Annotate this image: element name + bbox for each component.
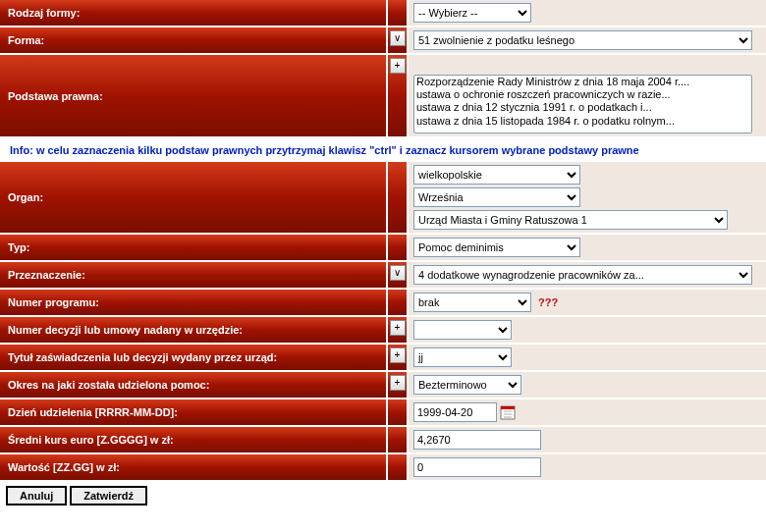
row-typ: Typ: Pomoc deminimis <box>0 235 766 262</box>
row-rodzaj-formy: Rodzaj formy: -- Wybierz -- <box>0 0 766 27</box>
select-przeznaczenie[interactable]: 4 dodatkowe wynagrodzenie pracowników za… <box>413 265 752 285</box>
row-kurs: Średni kurs euro [Z.GGGG] w zł: <box>0 427 766 454</box>
add-okres-button[interactable]: + <box>390 375 406 391</box>
input-dzien[interactable] <box>413 402 497 422</box>
add-numer-decyzji-button[interactable]: + <box>390 320 406 336</box>
label-okres: Okres na jaki została udzielona pomoc: <box>0 372 388 398</box>
input-wartosc[interactable] <box>413 457 541 477</box>
select-organ-miasto[interactable]: Września <box>413 187 580 207</box>
row-numer-decyzji: Numer decyzji lub umowy nadany w urzędzi… <box>0 317 766 345</box>
listbox-podstawa[interactable]: Rozporządzenie Rady Ministrów z dnia 18 … <box>413 75 752 133</box>
svg-rect-1 <box>501 406 515 409</box>
hint-numer-programu: ??? <box>538 296 558 308</box>
label-organ: Organ: <box>0 162 388 233</box>
label-podstawa: Podstawa prawna: <box>0 55 388 136</box>
row-okres: Okres na jaki została udzielona pomoc: +… <box>0 372 766 399</box>
ctrl-rodzaj-formy <box>388 0 409 26</box>
label-dzien: Dzień udzielenia [RRRR-MM-DD]: <box>0 399 388 425</box>
select-typ[interactable]: Pomoc deminimis <box>413 238 580 257</box>
label-typ: Typ: <box>0 235 388 260</box>
row-podstawa: Podstawa prawna: + Rozporządzenie Rady M… <box>0 55 766 138</box>
row-dzien: Dzień udzielenia [RRRR-MM-DD]: <box>0 399 766 427</box>
input-kurs[interactable] <box>413 430 541 450</box>
select-okres[interactable]: Bezterminowo <box>413 375 521 395</box>
select-tytul[interactable]: jj <box>413 347 512 367</box>
label-przeznaczenie: Przeznaczenie: <box>0 262 388 288</box>
select-rodzaj-formy[interactable]: -- Wybierz -- <box>413 3 531 23</box>
row-tytul: Tytuł zaświadczenia lub decyzji wydany p… <box>0 345 766 372</box>
select-numer-programu[interactable]: brak <box>413 293 531 312</box>
label-kurs: Średni kurs euro [Z.GGGG] w zł: <box>0 427 388 452</box>
label-numer-decyzji: Numer decyzji lub umowy nadany w urzędzi… <box>0 317 388 343</box>
select-numer-decyzji[interactable] <box>413 320 512 340</box>
info-text: Info: w celu zaznaczenia kilku podstaw p… <box>0 138 766 162</box>
add-tytul-button[interactable]: + <box>390 347 406 363</box>
label-numer-programu: Numer programu: <box>0 290 388 315</box>
zatwierdz-button[interactable]: Zatwierdź <box>70 486 147 505</box>
expand-forma-button[interactable]: ∨ <box>390 30 406 46</box>
add-podstawa-button[interactable]: + <box>390 58 406 74</box>
label-forma: Forma: <box>0 27 388 53</box>
button-row: Anuluj Zatwierdź <box>0 482 766 509</box>
form-container: Rodzaj formy: -- Wybierz -- Forma: ∨ 51 … <box>0 0 766 509</box>
row-numer-programu: Numer programu: brak ??? <box>0 290 766 317</box>
expand-przeznaczenie-button[interactable]: ∨ <box>390 265 406 281</box>
row-wartosc: Wartość [ZZ.GG] w zł: <box>0 454 766 482</box>
label-wartosc: Wartość [ZZ.GG] w zł: <box>0 454 388 480</box>
row-forma: Forma: ∨ 51 zwolnienie z podatku leśnego <box>0 27 766 55</box>
row-organ: Organ: wielkopolskie Września Urząd Mias… <box>0 162 766 235</box>
label-tytul: Tytuł zaświadczenia lub decyzji wydany p… <box>0 345 388 370</box>
select-forma[interactable]: 51 zwolnienie z podatku leśnego <box>413 30 752 50</box>
anuluj-button[interactable]: Anuluj <box>6 486 67 505</box>
select-organ-urzad[interactable]: Urząd Miasta i Gminy Ratuszowa 1 <box>413 210 728 230</box>
label-rodzaj-formy: Rodzaj formy: <box>0 0 388 26</box>
row-przeznaczenie: Przeznaczenie: ∨ 4 dodatkowe wynagrodzen… <box>0 262 766 290</box>
calendar-icon[interactable] <box>500 404 516 420</box>
select-organ-woj[interactable]: wielkopolskie <box>413 165 580 185</box>
